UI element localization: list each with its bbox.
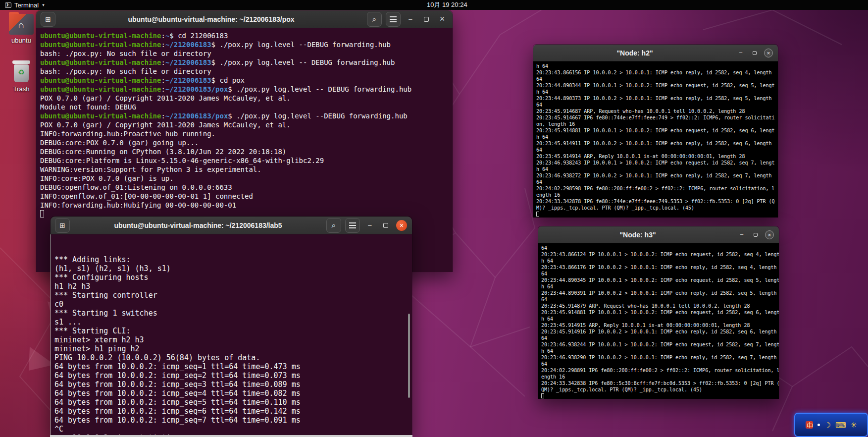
scrollbar[interactable] <box>408 314 410 398</box>
terminal-line: 20:23:45.914881 IP 10.0.0.1 > 10.0.0.2: … <box>536 127 778 134</box>
terminal-line: INFO:forwarding.hub:Hubifying 00-00-00-0… <box>40 201 453 210</box>
terminal-app-icon <box>5 2 11 8</box>
terminal-line: 20:23:44.890391 IP 10.0.0.2 > 10.0.0.1: … <box>541 290 779 296</box>
terminal-line: h 64 <box>536 134 778 140</box>
window-title: ubuntu@ubuntu-virtual-machine: ~/2120061… <box>59 15 363 23</box>
terminal-line: 20:24:33.342878 IP6 fe80::744e:e7ff:feee… <box>536 198 778 205</box>
maximize-button[interactable] <box>380 219 392 231</box>
terminal-line: *** Adding links: <box>54 255 412 264</box>
terminal-line: ength 16 <box>541 374 779 380</box>
terminal-line: POX 0.7.0 (gar) / Copyright 2011-2020 Ja… <box>40 120 453 129</box>
terminal-line: PING 10.0.0.2 (10.0.0.2) 56(84) bytes of… <box>54 353 412 362</box>
terminal-line: 20:23:46.938243 IP 10.0.0.1 > 10.0.0.2: … <box>536 160 778 166</box>
minimize-button[interactable]: − <box>737 229 747 241</box>
terminal-line: bash: ./pox.py: No such file or director… <box>40 67 453 76</box>
terminal-line: 64 <box>536 76 778 82</box>
search-button[interactable]: ⌕ <box>326 218 341 233</box>
terminal-line: *** Starting controller <box>54 291 412 300</box>
star-icon: ✳ <box>851 421 857 429</box>
terminal-line: h1 h2 h3 <box>54 282 412 291</box>
terminal-line: 64 <box>536 102 778 108</box>
terminal-line: DEBUG:core:POX 0.7.0 (gar) going up... <box>40 138 453 147</box>
terminal-line: QM)? _ipps._tcp.local. PTR (QM)? _ipp._t… <box>541 386 779 393</box>
terminal-output-h3[interactable]: 6420:23:43.866124 IP 10.0.0.1 > 10.0.0.2… <box>538 243 779 399</box>
headerbar[interactable]: "Node: h2" − × <box>533 45 778 61</box>
minimize-button[interactable]: − <box>364 219 376 231</box>
terminal-line: INFO:core:POX 0.7.0 (gar) is up. <box>40 174 453 183</box>
maximize-icon <box>424 17 429 22</box>
maximize-button[interactable] <box>750 47 760 59</box>
search-button[interactable]: ⌕ <box>367 12 382 27</box>
recycle-icon: ♻ <box>18 68 24 77</box>
window-terminal-lab5: ⊞ ubuntu@ubuntu-virtual-machine: ~/21200… <box>50 216 412 437</box>
house-icon: ⌂ <box>18 20 24 30</box>
terminal-line: ubuntu@ubuntu-virtual-machine:~/21200618… <box>40 85 453 94</box>
terminal-line: ength 16 <box>536 192 778 198</box>
close-button[interactable]: × <box>764 47 773 59</box>
minimize-button[interactable]: − <box>405 13 416 25</box>
hamburger-icon <box>390 16 397 22</box>
terminal-line: 20:23:45.914879 ARP, Request who-has 10.… <box>541 303 779 309</box>
terminal-line <box>536 211 778 218</box>
terminal-line: ubuntu@ubuntu-virtual-machine:~/21200618… <box>40 40 453 49</box>
terminal-output-h2[interactable]: h 6420:23:43.866156 IP 10.0.0.2 > 10.0.0… <box>533 61 778 218</box>
text-cursor <box>40 210 44 218</box>
terminal-line: WARNING:version:Support for Python 3 is … <box>40 165 453 174</box>
terminal-line: *** Starting CLI: <box>54 327 412 335</box>
headerbar[interactable]: "Node: h3" − × <box>538 226 779 243</box>
minimize-icon: − <box>408 15 413 23</box>
clock[interactable]: 10月 19 20:24 <box>427 0 467 10</box>
headerbar[interactable]: ⊞ ubuntu@ubuntu-virtual-machine: ~/21200… <box>51 217 412 234</box>
terminal-line: 20:23:45.914881 IP 10.0.0.1 > 10.0.0.2: … <box>541 309 779 316</box>
terminal-line: h 64 <box>536 89 778 95</box>
terminal-line: *** Starting 1 switches <box>54 309 412 318</box>
close-button[interactable]: × <box>765 229 774 241</box>
maximize-icon <box>753 51 757 55</box>
new-tab-button[interactable]: ⊞ <box>41 12 55 27</box>
trash-icon: ♻ <box>11 60 31 83</box>
app-menu-terminal[interactable]: Terminal ▾ <box>0 0 50 10</box>
close-button[interactable]: × <box>396 219 408 231</box>
terminal-output-lab5[interactable]: *** Adding links:(h1, s1) (h2, s1) (h3, … <box>51 234 412 437</box>
minimize-icon: − <box>740 231 744 238</box>
home-folder-icon: ⌂ <box>9 14 34 35</box>
maximize-icon <box>383 223 388 228</box>
terminal-line: h 64 <box>541 316 779 322</box>
terminal-line: 20:23:46.938272 IP 10.0.0.2 > 10.0.0.1: … <box>536 172 778 179</box>
terminal-line: 20:23:43.866176 IP 10.0.0.2 > 10.0.0.1: … <box>541 264 779 271</box>
search-icon: ⌕ <box>332 221 336 230</box>
terminal-line: *** Configuring hosts <box>54 273 412 282</box>
dot-icon <box>817 424 820 426</box>
terminal-line: Module not found: DEBUG <box>40 103 453 111</box>
terminal-line: 20:23:44.890373 IP 10.0.0.2 > 10.0.0.1: … <box>536 95 778 102</box>
headerbar[interactable]: ⊞ ubuntu@ubuntu-virtual-machine: ~/21200… <box>36 10 453 28</box>
maximize-button[interactable] <box>751 229 761 241</box>
terminal-line: ^C <box>54 425 412 434</box>
terminal-line: 20:23:44.890345 IP 10.0.0.1 > 10.0.0.2: … <box>541 277 779 283</box>
terminal-line: 20:23:43.866124 IP 10.0.0.1 > 10.0.0.2: … <box>541 251 779 258</box>
terminal-line: 64 <box>541 335 779 341</box>
terminal-line: 20:23:45.914915 ARP, Reply 10.0.0.1 is-a… <box>541 322 779 328</box>
terminal-line: 20:23:46.938244 IP 10.0.0.1 > 10.0.0.2: … <box>541 341 779 348</box>
menu-button[interactable] <box>386 12 401 27</box>
terminal-line: M)? _ipps._tcp.local. PTR (QM)? _ipp._tc… <box>536 205 778 211</box>
zhong-cn-icon <box>806 421 813 429</box>
terminal-line: bash: ./pox.py: No such file or director… <box>40 49 453 58</box>
menu-button[interactable] <box>345 218 360 233</box>
terminal-line: INFO:openflow.of_01:[00-00-00-00-00-01 1… <box>40 192 453 201</box>
minimize-button[interactable]: − <box>736 47 746 59</box>
terminal-line: 20:23:44.890344 IP 10.0.0.1 > 10.0.0.2: … <box>536 82 778 89</box>
terminal-line: on, length 16 <box>536 121 778 127</box>
close-icon: × <box>440 14 445 24</box>
new-tab-icon: ⊞ <box>45 15 51 23</box>
search-icon: ⌕ <box>372 15 376 24</box>
ime-indicator-panel[interactable]: ☽ ⌨ ✳ <box>794 413 868 437</box>
terminal-line: h 64 <box>536 63 778 69</box>
maximize-button[interactable] <box>420 13 432 25</box>
crescent-moon-icon: ☽ <box>824 421 831 429</box>
app-menu-label: Terminal <box>14 1 39 9</box>
new-tab-button[interactable]: ⊞ <box>55 218 70 233</box>
chevron-down-icon: ▾ <box>42 2 45 7</box>
terminal-line: 64 <box>541 271 779 277</box>
close-button[interactable]: × <box>436 13 448 25</box>
